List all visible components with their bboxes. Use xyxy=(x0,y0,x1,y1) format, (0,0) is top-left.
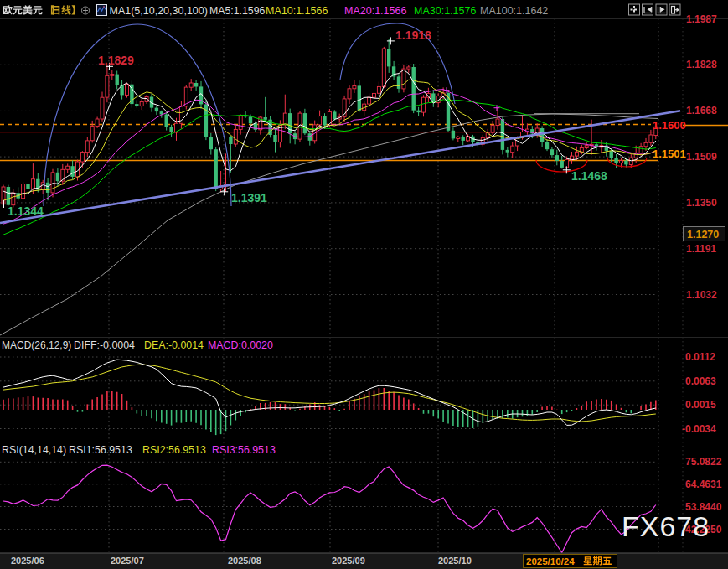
svg-text:MACD(26,12,9): MACD(26,12,9) xyxy=(2,339,71,351)
svg-text:DEA:-0.0014: DEA:-0.0014 xyxy=(144,339,204,351)
svg-text:75.0822: 75.0822 xyxy=(685,456,722,468)
svg-text:1.1501: 1.1501 xyxy=(653,147,686,160)
svg-text:2025/10: 2025/10 xyxy=(438,556,472,566)
svg-text:1.1032: 1.1032 xyxy=(686,289,717,301)
svg-text:RSI3:56.9513: RSI3:56.9513 xyxy=(212,444,276,456)
svg-text:0.0063: 0.0063 xyxy=(685,375,716,387)
svg-text:MA30:1.1576: MA30:1.1576 xyxy=(414,5,476,17)
svg-text:1.1191: 1.1191 xyxy=(686,243,716,255)
svg-text:2025/10/24: 2025/10/24 xyxy=(526,556,575,566)
svg-text:1.1918: 1.1918 xyxy=(395,28,431,42)
svg-text:2025/09: 2025/09 xyxy=(332,556,365,566)
svg-text:1.1828: 1.1828 xyxy=(686,59,717,70)
svg-text:64.4631: 64.4631 xyxy=(685,478,722,490)
svg-text:0.0112: 0.0112 xyxy=(685,351,715,363)
svg-text:FX678: FX678 xyxy=(622,510,710,542)
svg-text:1.1987: 1.1987 xyxy=(686,13,717,25)
svg-text:2025/06: 2025/06 xyxy=(11,556,44,566)
svg-text:RSI(14,14,14): RSI(14,14,14) xyxy=(2,444,66,456)
svg-text:MA5:1.1596: MA5:1.1596 xyxy=(209,5,265,17)
svg-text:2025/08: 2025/08 xyxy=(228,556,261,566)
svg-text:1.1391: 1.1391 xyxy=(231,191,267,204)
svg-text:-0.0034: -0.0034 xyxy=(682,423,716,435)
svg-text:MA20:1.1566: MA20:1.1566 xyxy=(344,5,406,17)
svg-text:0.0015: 0.0015 xyxy=(685,399,716,411)
svg-text:MA100:1.1642: MA100:1.1642 xyxy=(480,5,548,17)
svg-text:DIFF:-0.0004: DIFF:-0.0004 xyxy=(74,339,135,351)
svg-text:1.1270: 1.1270 xyxy=(687,229,719,241)
svg-text:1.1350: 1.1350 xyxy=(686,197,717,209)
svg-text:1.1668: 1.1668 xyxy=(686,105,717,116)
svg-text:1.1509: 1.1509 xyxy=(686,151,717,163)
svg-text:MA10:1.1566: MA10:1.1566 xyxy=(266,5,328,17)
svg-text:MACD:0.0020: MACD:0.0020 xyxy=(208,339,273,351)
svg-text:1.1829: 1.1829 xyxy=(98,54,134,67)
svg-text:1.1344: 1.1344 xyxy=(8,204,44,218)
svg-text:2025/07: 2025/07 xyxy=(111,556,144,566)
svg-text:RSI2:56.9513: RSI2:56.9513 xyxy=(142,444,206,456)
svg-text:MA1(5,10,20,30,100): MA1(5,10,20,30,100) xyxy=(110,5,208,17)
svg-text:1.1600: 1.1600 xyxy=(653,119,686,132)
svg-text:1.1468: 1.1468 xyxy=(571,169,607,183)
svg-text:RSI1:56.9513: RSI1:56.9513 xyxy=(69,444,132,456)
